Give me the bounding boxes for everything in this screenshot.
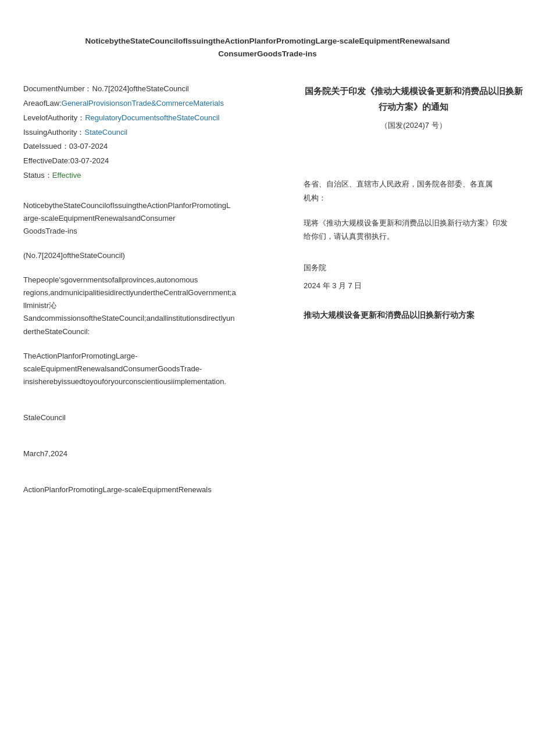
chinese-body-line1: 现将《推动大规模设备更新和消费品以旧换新行动方案》印发: [304, 216, 523, 230]
body-line1: TheActionPlanforPromotingLarge-: [23, 350, 292, 363]
title-line1: NoticebytheStateCouncilofIssuingtheActio…: [23, 35, 512, 48]
document-number-row: DocumentNumber：No.7[2024]oftheStateCounc…: [23, 83, 292, 95]
area-of-law-row: AreaofLaw:GeneralProvisionsonTrade&Comme…: [23, 98, 292, 110]
recipients-line3: llministr沁: [23, 299, 292, 312]
chinese-body: 现将《推动大规模设备更新和消费品以旧换新行动方案》印发 给你们，请认真贯彻执行。: [304, 216, 523, 243]
level-of-authority-row: LevelofAuthority：RegulatoryDocumentsofth…: [23, 112, 292, 124]
march-date-text: March7,2024: [23, 447, 292, 460]
chinese-recipients: 各省、自治区、直辖市人民政府，国务院各部委、各直属 机构：: [304, 177, 523, 205]
page-title: NoticebytheStateCouncilofIssuingtheActio…: [23, 35, 512, 60]
doc-body-left: TheActionPlanforPromotingLarge- scaleEqu…: [23, 350, 292, 388]
body-line2: scaleEquipmentRenewalsandConsumerGoodsTr…: [23, 363, 292, 375]
effective-date-row: EffectiveDate:03-07-2024: [23, 155, 292, 167]
doc-title-left-line2: arge-scaleEquipmentRenewalsandConsumer: [23, 212, 292, 225]
march-date-section: March7,2024: [23, 447, 292, 460]
doc-num-left-value: (No.7[2024]oftheStateCouncil): [23, 249, 292, 262]
chinese-signature: 国务院 2024 年 3 月 7 日: [304, 261, 523, 293]
recipients-line2: regions,andmunicipalitiesidirectlyundert…: [23, 286, 292, 299]
chinese-heading-line2: 行动方案》的通知: [304, 99, 523, 114]
status-label: Status：: [23, 171, 52, 180]
date-issued-row: DateIssued：03-07-2024: [23, 141, 292, 153]
chinese-recipients-line2: 机构：: [304, 191, 523, 205]
issuing-authority-row: IssuingAuthority：StateCouncil: [23, 127, 292, 139]
document-number-value: No.7[2024]oftheStateCouncil: [92, 84, 189, 93]
recipients-line4: SandcommissionsoftheStateCouncil;andalli…: [23, 312, 292, 325]
stale-council-section: StaleCouncil: [23, 411, 292, 424]
date-issued-label: DateIssued：: [23, 142, 69, 151]
chinese-body-line2: 给你们，请认真贯彻执行。: [304, 230, 523, 243]
stale-council-text: StaleCouncil: [23, 411, 292, 424]
recipients-line5: dertheStateCouncil:: [23, 325, 292, 338]
body-line3: insisherebyissuedtoyouforyourconscientio…: [23, 375, 292, 388]
level-of-authority-link[interactable]: RegulatoryDocumentsoftheStateCouncil: [85, 113, 219, 122]
level-of-authority-label: LevelofAuthority：: [23, 113, 85, 122]
status-value: Effective: [52, 171, 81, 180]
chinese-doc-num: （国发(2024)7 号）: [304, 120, 523, 131]
chinese-heading-line1: 国务院关于印发《推动大规模设备更新和消费品以旧换新: [304, 83, 523, 99]
doc-title-left-line1: NoticebytheStateCouncilofIssuingtheActio…: [23, 199, 292, 212]
status-row: Status：Effective: [23, 170, 292, 182]
doc-num-left: (No.7[2024]oftheStateCouncil): [23, 249, 292, 262]
chinese-heading: 国务院关于印发《推动大规模设备更新和消费品以旧换新 行动方案》的通知: [304, 83, 523, 114]
chinese-subtitle-text: 推动大规模设备更新和消费品以旧换新行动方案: [304, 310, 523, 321]
right-column: 国务院关于印发《推动大规模设备更新和消费品以旧换新 行动方案》的通知 （国发(2…: [304, 83, 523, 502]
left-column: DocumentNumber：No.7[2024]oftheStateCounc…: [23, 83, 292, 502]
issuing-authority-label: IssuingAuthority：: [23, 128, 85, 137]
meta-section: DocumentNumber：No.7[2024]oftheStateCounc…: [23, 83, 292, 182]
chinese-recipients-line1: 各省、自治区、直辖市人民政府，国务院各部委、各直属: [304, 177, 523, 191]
doc-title-left-section: NoticebytheStateCouncilofIssuingtheActio…: [23, 199, 292, 238]
recipients-line1: Thepeople'sgovernmentsofallprovinces,aut…: [23, 274, 292, 286]
date-issued-value: 03-07-2024: [69, 142, 108, 151]
title-line2: ConsumerGoodsTrade-ins: [23, 48, 512, 60]
issuing-authority-link[interactable]: StateCouncil: [85, 128, 128, 137]
document-number-label: DocumentNumber：: [23, 84, 92, 93]
chinese-signature-date: 2024 年 3 月 7 日: [304, 279, 523, 292]
area-of-law-label: AreaofLaw:: [23, 99, 62, 108]
page-container: NoticebytheStateCouncilofIssuingtheActio…: [23, 35, 512, 502]
area-of-law-link[interactable]: GeneralProvisionsonTrade&CommerceMateria…: [62, 99, 224, 108]
chinese-signature-council: 国务院: [304, 261, 523, 274]
doc-title-left: NoticebytheStateCouncilofIssuingtheActio…: [23, 199, 292, 238]
chinese-subtitle: 推动大规模设备更新和消费品以旧换新行动方案: [304, 310, 523, 321]
action-plan-title-section: ActionPlanforPromotingLarge-scaleEquipme…: [23, 483, 292, 496]
doc-title-left-line3: GoodsTrade-ins: [23, 225, 292, 238]
effective-date-value: 03-07-2024: [70, 156, 109, 165]
doc-recipients-left: Thepeople'sgovernmentsofallprovinces,aut…: [23, 274, 292, 338]
action-plan-title-text: ActionPlanforPromotingLarge-scaleEquipme…: [23, 483, 292, 496]
chinese-doc-num-value: （国发(2024)7 号）: [304, 120, 523, 131]
effective-date-label: EffectiveDate:: [23, 156, 70, 165]
